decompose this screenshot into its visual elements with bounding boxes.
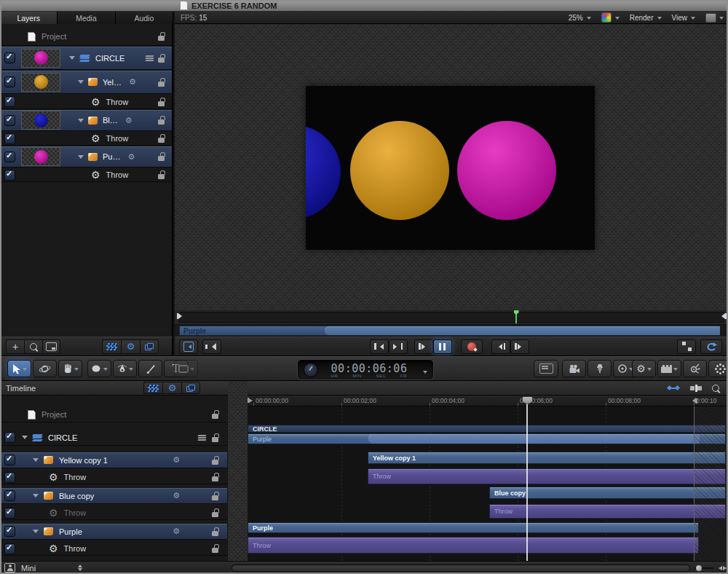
layer-thumbnail[interactable] (21, 73, 60, 92)
gear-icon[interactable]: ⚙ (127, 153, 135, 161)
timeline-clip-bar[interactable]: Yellow copy 1 (368, 452, 726, 464)
yellow-circle[interactable] (350, 121, 449, 220)
play-range-end-marker[interactable] (719, 313, 727, 319)
timeline-row[interactable]: Yellow copy 1⚙ (0, 452, 227, 468)
disclosure-triangle[interactable] (33, 494, 39, 500)
view-menu[interactable]: View (672, 14, 688, 22)
add-filter-button[interactable] (657, 360, 681, 377)
shape-tool-button[interactable] (87, 360, 111, 377)
show-masks-button[interactable] (102, 339, 121, 354)
lock-icon[interactable] (158, 58, 165, 63)
timeline-row[interactable]: Project (0, 407, 227, 422)
previous-frame-button[interactable] (491, 339, 510, 354)
lock-icon[interactable] (158, 138, 165, 143)
timecode-dropdown-caret[interactable] (423, 371, 427, 376)
layers-row[interactable]: Pu…⚙ (0, 146, 172, 168)
play-range-start-marker[interactable] (177, 313, 185, 319)
layers-row[interactable]: CIRCLE (0, 47, 172, 70)
loop-playback-button[interactable] (700, 339, 722, 354)
hand-tool-caret[interactable] (74, 368, 79, 373)
lock-icon[interactable] (158, 36, 165, 41)
render-dropdown-caret[interactable] (657, 17, 662, 22)
gear-icon[interactable]: ⚙ (125, 117, 132, 125)
checkbox[interactable] (4, 170, 15, 181)
timeline-ruler[interactable]: 00:00:00;0000:00:02;0000:00:04;0000:00:0… (248, 396, 728, 406)
checkbox[interactable] (4, 432, 15, 443)
lock-icon[interactable] (212, 437, 218, 442)
canvas-viewport[interactable] (175, 24, 728, 310)
layers-row[interactable]: ⚙Throw (0, 132, 172, 146)
checkbox[interactable] (4, 133, 15, 144)
make-particles-button[interactable] (683, 360, 707, 377)
display-dropdown-caret[interactable] (719, 17, 724, 22)
magenta-circle[interactable] (457, 121, 556, 220)
lock-icon[interactable] (158, 101, 165, 106)
tab-media[interactable]: Media (58, 12, 115, 24)
disclosure-triangle[interactable] (22, 436, 28, 442)
zoom-dropdown-caret[interactable] (587, 17, 591, 22)
layers-row[interactable]: ⚙Throw (0, 168, 172, 182)
disclosure-triangle[interactable] (33, 530, 39, 536)
select-tool-caret[interactable] (23, 368, 27, 373)
timeline-row[interactable]: Blue copy⚙ (0, 488, 227, 504)
layer-thumbnail[interactable] (21, 147, 60, 166)
view-dropdown-caret[interactable] (691, 17, 695, 22)
clip-trim-segment[interactable] (368, 434, 700, 444)
timeline-track-area[interactable]: 00:00:00;0000:00:02;0000:00:04;0000:00:0… (248, 396, 728, 561)
blue-circle[interactable] (306, 125, 341, 219)
canvas-scrubber[interactable] (175, 310, 728, 325)
checkbox[interactable] (4, 76, 15, 87)
checkbox[interactable] (4, 490, 15, 501)
lock-icon[interactable] (212, 512, 218, 517)
scrubber-playhead[interactable] (515, 311, 517, 323)
gear-icon[interactable]: ⚙ (173, 527, 180, 535)
trim-mode-button[interactable] (690, 385, 702, 392)
scrollbar-thumb[interactable] (232, 565, 689, 571)
layers-row[interactable]: Project (0, 28, 172, 46)
gear-icon[interactable]: ⚙ (173, 456, 180, 464)
lock-icon[interactable] (212, 414, 218, 419)
layer-thumbnail[interactable] (21, 111, 60, 130)
timeline-zoom-preset[interactable]: Mini (21, 564, 36, 573)
lock-icon[interactable] (212, 548, 218, 553)
checkbox[interactable] (4, 455, 15, 465)
add-filter-caret[interactable] (673, 368, 678, 373)
zoom-preset-stepper[interactable] (78, 562, 82, 573)
checkbox[interactable] (4, 152, 15, 162)
timeline-clip-bar[interactable]: Throw (489, 504, 726, 519)
timeline-show-behaviors-button[interactable]: ⚙ (162, 382, 181, 394)
timeline-clip-bar[interactable]: Throw (368, 468, 726, 484)
timeline-clip-bar[interactable]: Purple (248, 433, 726, 444)
layers-row[interactable]: Yel…⚙ (0, 71, 172, 94)
timeline-clip-bar[interactable]: CIRCLE (248, 425, 726, 433)
timeline-divider-strip[interactable] (228, 381, 248, 561)
project-stage[interactable] (306, 86, 595, 250)
orbit-tool-button[interactable] (33, 360, 57, 377)
zoom-slider-thumb[interactable] (696, 565, 702, 571)
checkbox[interactable] (4, 526, 15, 537)
new-light-button[interactable] (587, 360, 612, 377)
scroll-right-button[interactable] (723, 566, 728, 570)
lock-icon[interactable] (212, 476, 218, 481)
checkbox[interactable] (4, 52, 15, 63)
window-display-icon[interactable] (705, 13, 716, 23)
go-to-start-button[interactable] (370, 339, 389, 354)
mask-tool-button[interactable] (174, 360, 198, 377)
lock-icon[interactable] (158, 119, 165, 125)
scrubber-track[interactable] (178, 312, 724, 323)
timeline-zoom-slider[interactable] (695, 567, 713, 569)
layer-thumbnail[interactable] (21, 49, 60, 68)
mask-tool-caret[interactable] (190, 368, 194, 373)
project-end-marker[interactable] (689, 398, 697, 404)
lock-icon[interactable] (212, 531, 218, 536)
mini-timeline-clip[interactable]: Purple (179, 326, 719, 336)
lock-icon[interactable] (158, 82, 165, 87)
checkbox[interactable] (4, 543, 15, 554)
lock-icon[interactable] (158, 174, 165, 179)
timecode-display[interactable]: 00:00:06:06 HR MIN SEC FR (297, 359, 434, 380)
show-keyframes-button[interactable] (667, 385, 680, 391)
timeline-clip-bar[interactable]: Blue copy (489, 487, 726, 499)
channels-dropdown-caret[interactable] (615, 17, 620, 22)
checkbox[interactable] (4, 115, 15, 126)
checkbox[interactable] (4, 96, 15, 107)
